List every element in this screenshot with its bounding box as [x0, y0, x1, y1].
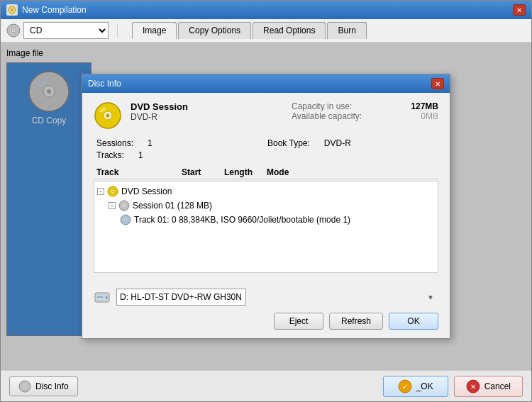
tree-col-start: Start — [182, 167, 224, 177]
svg-point-21 — [125, 219, 126, 220]
title-bar-left: New Compilation — [6, 4, 87, 16]
tab-copy-options[interactable]: Copy Options — [178, 22, 251, 39]
svg-point-24 — [106, 296, 108, 298]
capacity-in-use-label: Capacity in use: — [292, 101, 352, 111]
book-type-label: Book Type: — [267, 138, 310, 160]
bottom-bar: Disc Info ✓ _OK ✕ Cancel — [1, 370, 531, 401]
expand-dvd-session[interactable]: - — [97, 188, 104, 195]
dvd-session-title: DVD Session — [131, 101, 277, 112]
tree-col-track: Track — [96, 167, 182, 177]
cd-toolbar-icon — [6, 23, 21, 38]
svg-point-28 — [24, 385, 26, 387]
dvd-session-icon — [107, 186, 118, 197]
dvd-type: DVD-R — [131, 112, 277, 122]
modal-title: Disc Info — [88, 79, 121, 89]
drive-dropdown-area: CD — [6, 22, 109, 39]
tracks-label: Tracks: — [96, 150, 124, 160]
svg-point-11 — [106, 114, 110, 118]
tab-burn[interactable]: Burn — [327, 22, 366, 39]
dvd-icon — [94, 101, 122, 130]
info-right: Capacity in use: 127MB Available capacit… — [292, 101, 438, 122]
main-content: Image file CD Copy Disc Info ✕ — [1, 43, 531, 370]
close-button[interactable]: ✕ — [513, 4, 526, 16]
capacity-in-use-value: 127MB — [411, 101, 438, 111]
track01-label: Track 01: 0 88,384KB, ISO 9660/Joliet/bo… — [134, 215, 350, 225]
title-bar: New Compilation ✕ — [1, 1, 531, 19]
modal-body: DVD Session DVD-R Capacity in use: 127MB… — [82, 93, 450, 289]
toolbar: CD Image Copy Options Read Options Burn — [1, 19, 531, 43]
drive-select[interactable]: CD — [23, 22, 109, 39]
eject-button[interactable]: Eject — [274, 313, 323, 330]
svg-point-4 — [13, 30, 15, 32]
info-grid: DVD Session DVD-R Capacity in use: 127MB… — [131, 101, 438, 122]
drive-dropdown-wrapper: D: HL-DT-ST DVD+-RW GH30N — [116, 289, 438, 306]
sessions-tracks-left: Sessions: 1 Tracks: 1 — [96, 138, 265, 160]
sessions-label: Sessions: — [96, 138, 133, 148]
sessions-info: Sessions: 1 Tracks: 1 Book Type: DVD-R — [94, 138, 438, 160]
tracks-row: Tracks: 1 — [96, 150, 265, 160]
available-capacity-label: Available capacity: — [292, 111, 362, 121]
svg-text:✕: ✕ — [470, 383, 476, 391]
modal-title-bar: Disc Info ✕ — [82, 74, 450, 93]
book-type-row: Book Type: DVD-R — [267, 138, 436, 160]
book-type-value: DVD-R — [324, 138, 351, 160]
svg-point-1 — [11, 9, 13, 11]
modal-close-button[interactable]: ✕ — [431, 78, 444, 89]
ok-icon: ✓ — [398, 379, 412, 393]
info-left: DVD Session DVD-R — [131, 101, 277, 122]
tree-row-dvd-session: - DVD Session — [97, 184, 435, 199]
sessions-value: 1 — [148, 138, 153, 148]
tab-image[interactable]: Image — [132, 22, 177, 39]
drive-icon — [94, 290, 111, 304]
window-title: New Compilation — [22, 5, 87, 15]
tree-header: Track Start Length Mode — [94, 166, 438, 179]
tab-read-options[interactable]: Read Options — [253, 22, 326, 39]
cancel-icon: ✕ — [466, 379, 480, 393]
dvd-session-label: DVD Session — [121, 186, 172, 196]
disc-info-button[interactable]: Disc Info — [9, 376, 78, 396]
tree-row-track01: Track 01: 0 88,384KB, ISO 9660/Joliet/bo… — [97, 213, 435, 227]
main-cancel-button[interactable]: ✕ Cancel — [454, 376, 523, 397]
svg-text:✓: ✓ — [402, 383, 408, 391]
drive-row: D: HL-DT-ST DVD+-RW GH30N — [82, 289, 450, 306]
main-window: New Compilation ✕ CD Image Copy Options … — [0, 0, 532, 402]
tab-bar: Image Copy Options Read Options Burn — [126, 22, 372, 39]
tracks-value: 1 — [138, 150, 143, 160]
drive-dropdown-modal[interactable]: D: HL-DT-ST DVD+-RW GH30N — [116, 289, 246, 306]
bottom-right-buttons: ✓ _OK ✕ Cancel — [383, 376, 523, 397]
toolbar-separator — [117, 23, 118, 38]
session-icon — [118, 200, 130, 211]
window-icon — [6, 4, 18, 16]
tree-area: - DVD Session — [94, 181, 438, 273]
sessions-row: Sessions: 1 — [96, 138, 265, 148]
svg-point-18 — [123, 205, 125, 206]
main-ok-button[interactable]: ✓ _OK — [383, 376, 448, 397]
session01-label: Session 01 (128 MB) — [133, 201, 212, 211]
modal-header-row: DVD Session DVD-R Capacity in use: 127MB… — [94, 101, 438, 130]
cancel-label: Cancel — [484, 381, 511, 391]
disc-info-label: Disc Info — [35, 381, 69, 391]
modal-overlay: Disc Info ✕ — [1, 43, 531, 370]
svg-rect-25 — [97, 296, 103, 298]
disc-info-icon — [18, 380, 31, 393]
ok-label: _OK — [416, 381, 433, 391]
modal-ok-button[interactable]: OK — [389, 313, 438, 330]
modal-buttons: Eject Refresh OK — [82, 313, 450, 338]
available-capacity-value: 0MB — [421, 111, 438, 121]
tree-col-length: Length — [224, 167, 267, 177]
disc-info-dialog: Disc Info ✕ — [82, 74, 450, 339]
svg-point-15 — [112, 191, 113, 192]
tree-col-mode: Mode — [267, 167, 436, 177]
tree-row-session01: - Session 01 (128 MB) — [97, 199, 435, 213]
expand-session01[interactable]: - — [109, 202, 116, 209]
track-icon — [120, 214, 131, 225]
available-capacity-row: Available capacity: 0MB — [292, 111, 438, 121]
refresh-button[interactable]: Refresh — [329, 313, 383, 330]
capacity-in-use-row: Capacity in use: 127MB — [292, 101, 438, 111]
